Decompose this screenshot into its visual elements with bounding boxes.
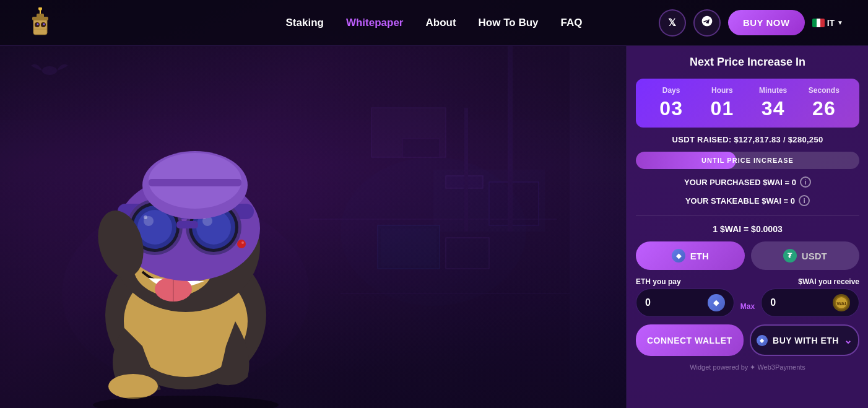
wai-input-group: $WAI you receive WAI xyxy=(761,277,859,317)
countdown-values: 03 01 34 26 xyxy=(646,97,849,120)
seconds-value: 26 xyxy=(799,97,849,120)
days-label: Days xyxy=(646,86,697,95)
svg-text:WAI: WAI xyxy=(836,301,846,306)
stakeable-label: YOUR STAKEABLE $WAI = 0 xyxy=(685,196,795,206)
price-text: 1 $WAI = $0.0003 xyxy=(636,224,859,234)
nav-faq[interactable]: FAQ xyxy=(561,17,583,29)
logo-icon xyxy=(25,7,56,38)
svg-rect-50 xyxy=(33,19,47,35)
telegram-icon xyxy=(701,15,713,30)
eth-pay-label: ETH you pay xyxy=(636,277,734,286)
svg-rect-52 xyxy=(37,14,44,18)
nav-right: 𝕏 BUY NOW IT ▼ xyxy=(659,9,843,37)
language-selector[interactable]: IT ▼ xyxy=(812,18,843,28)
eth-input[interactable] xyxy=(645,297,708,308)
nav-staking[interactable]: Staking xyxy=(286,17,324,29)
max-group: Max xyxy=(740,302,755,317)
purchased-row: YOUR PURCHASED $WAI = 0 i xyxy=(636,176,859,188)
eth-input-wrapper: ◆ xyxy=(636,289,734,317)
countdown-box: Days Hours Minutes Seconds 03 01 34 26 xyxy=(636,79,859,128)
wai-input-wrapper: WAI xyxy=(761,289,859,317)
divider xyxy=(636,215,859,215)
wai-token-badge: WAI xyxy=(833,294,850,311)
buy-eth-icon: ◆ xyxy=(757,335,768,346)
twitter-button[interactable]: 𝕏 xyxy=(659,9,686,37)
hours-label: Hours xyxy=(697,86,747,95)
wai-input[interactable] xyxy=(770,297,833,308)
widget-title: Next Price Increase In xyxy=(636,56,859,69)
eth-tab-label: ETH xyxy=(690,251,709,261)
main-content: Next Price Increase In Days Hours Minute… xyxy=(0,46,868,408)
left-panel xyxy=(0,46,627,408)
buy-with-eth-button[interactable]: ◆ BUY WITH ETH ⌄ xyxy=(750,324,860,356)
action-buttons: CONNECT WALLET ◆ BUY WITH ETH ⌄ xyxy=(636,324,859,356)
stakeable-info-icon[interactable]: i xyxy=(799,195,810,206)
stakeable-row: YOUR STAKEABLE $WAI = 0 i xyxy=(636,195,859,206)
nav-left xyxy=(25,7,56,38)
minutes-label: Minutes xyxy=(748,86,799,95)
countdown-labels: Days Hours Minutes Seconds xyxy=(646,86,849,95)
usdt-tab-label: USDT xyxy=(802,251,827,261)
x-icon: 𝕏 xyxy=(668,17,676,28)
eth-tab[interactable]: ◆ ETH xyxy=(636,241,745,270)
navbar: Staking Whitepaper About How To Buy FAQ … xyxy=(0,0,868,46)
purchased-label: YOUR PURCHASED $WAI = 0 xyxy=(684,178,796,187)
max-label[interactable]: Max xyxy=(740,302,755,311)
chevron-down-icon: ▼ xyxy=(837,19,843,26)
telegram-button[interactable] xyxy=(693,9,721,37)
flag-icon xyxy=(812,19,825,27)
minutes-value: 34 xyxy=(748,97,799,120)
language-label: IT xyxy=(827,18,835,28)
seconds-label: Seconds xyxy=(799,86,849,95)
usdt-tab[interactable]: ₮ USDT xyxy=(751,241,860,270)
days-value: 03 xyxy=(646,97,697,120)
nav-about[interactable]: About xyxy=(425,17,456,29)
buy-now-button[interactable]: BUY NOW xyxy=(728,10,805,35)
connect-wallet-button[interactable]: CONNECT WALLET xyxy=(636,324,744,356)
nav-how-to-buy[interactable]: How To Buy xyxy=(479,17,539,29)
progress-bar: UNTIL PRICE INCREASE xyxy=(636,152,859,169)
powered-by: Widget powered by ✦ Web3Payments xyxy=(636,363,859,371)
inputs-row: ETH you pay ◆ Max $WAI you receive xyxy=(636,277,859,317)
eth-icon: ◆ xyxy=(672,249,685,263)
widget-panel: Next Price Increase In Days Hours Minute… xyxy=(627,46,868,408)
nav-links: Staking Whitepaper About How To Buy FAQ xyxy=(286,17,583,29)
chevron-down-icon: ⌄ xyxy=(844,334,853,346)
hours-value: 01 xyxy=(697,97,747,120)
currency-tabs: ◆ ETH ₮ USDT xyxy=(636,241,859,270)
progress-label: UNTIL PRICE INCREASE xyxy=(701,157,794,164)
nav-whitepaper[interactable]: Whitepaper xyxy=(346,17,404,29)
wai-receive-label: $WAI you receive xyxy=(761,277,859,286)
raised-text: USDT RAISED: $127,817.83 / $280,250 xyxy=(636,135,859,144)
buy-eth-label: BUY WITH ETH xyxy=(773,336,839,345)
eth-input-group: ETH you pay ◆ xyxy=(636,277,734,317)
usdt-icon: ₮ xyxy=(783,249,797,263)
purchased-info-icon[interactable]: i xyxy=(800,176,811,188)
svg-point-56 xyxy=(43,23,45,25)
svg-point-55 xyxy=(37,23,39,25)
eth-token-badge: ◆ xyxy=(708,294,725,311)
